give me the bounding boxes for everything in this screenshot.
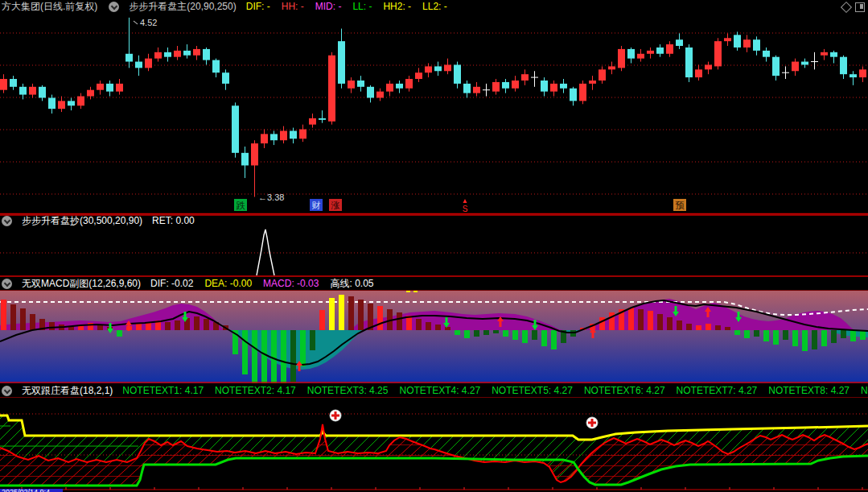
ret-spike (257, 229, 274, 275)
main-indicator-values: DIF: -HH: -MID: -LL: -HH2: -LL2: - (246, 1, 459, 12)
notetext-field: NOTETEXT3: 4.25 (307, 385, 389, 396)
svg-text:跌: 跌 (237, 201, 246, 210)
date-label: 2025/02/14 9:4 (0, 488, 63, 492)
notetext-field: NOTETEXT9: 4.35 (861, 385, 868, 396)
main-indicator-title: 步步升看盘主(20,90,250) (129, 0, 236, 14)
notetext-field: NOTETEXT6: 4.27 (584, 385, 665, 396)
svg-text:涨: 涨 (331, 201, 340, 210)
tile-window-icon[interactable] (855, 2, 865, 12)
indicator-field: HH2: - (383, 1, 411, 12)
mesh-chart[interactable]: 2025/02/14 9:4 (0, 398, 868, 492)
indicator-field: MACD: -0.03 (263, 278, 319, 289)
notetext-field: NOTETEXT2: 4.17 (215, 385, 296, 396)
indicator-field: DEA: -0.00 (204, 278, 252, 289)
indicator-field: HH: - (282, 1, 304, 12)
svg-text:预: 预 (676, 201, 685, 210)
event-badge: 涨 (329, 199, 342, 211)
indicator-field: LL2: - (422, 1, 447, 12)
notetext-field: NOTETEXT8: 4.27 (768, 385, 849, 396)
event-badge: 跌 (234, 199, 247, 211)
notetext-field: NOTETEXT7: 4.27 (677, 385, 758, 396)
top-info-bar: 方大集团(日线.前复权) 步步升看盘主(20,90,250) DIF: -HH:… (0, 0, 868, 13)
panel2-title: 步步升看盘抄(30,500,20,90) (22, 214, 142, 228)
macd-panel-header: 无双MACD副图(12,26,9,60) DIF: -0.02DEA: -0.0… (0, 277, 868, 291)
macd-panel-values: DIF: -0.02DEA: -0.00MACD: -0.03高线: 0.05 (150, 277, 385, 291)
notetext-values: NOTETEXT1: 4.17NOTETEXT2: 4.17NOTETEXT3:… (122, 385, 868, 396)
event-badge: 财 (310, 199, 323, 211)
chevron-down-icon[interactable] (109, 2, 119, 12)
macd-chart[interactable] (0, 290, 868, 383)
trading-terminal-window: 方大集团(日线.前复权) 步步升看盘主(20,90,250) DIF: -HH:… (0, 0, 868, 492)
cross-marker-icon (330, 410, 341, 421)
chevron-down-icon[interactable] (2, 216, 12, 226)
indicator-field: DIF: -0.02 (150, 278, 193, 289)
notetext-field: NOTETEXT1: 4.17 (122, 385, 204, 396)
candles (0, 18, 866, 197)
notetext-field: NOTETEXT4: 4.27 (399, 385, 480, 396)
high-price-label: 4.52 (140, 18, 157, 27)
chart-window-icons (842, 2, 865, 12)
indicator-field: MID: - (315, 1, 342, 12)
sell-marker: S (463, 199, 468, 213)
candlestick-chart[interactable]: 4.52←3.38跌财涨预S (0, 13, 868, 214)
event-badge: 预 (673, 199, 686, 211)
macd-panel-title: 无双MACD副图(12,26,9,60) (22, 277, 141, 291)
svg-text:S: S (463, 205, 468, 213)
diamond-icon[interactable] (841, 2, 852, 13)
indicator-field: 高线: 0.05 (330, 278, 373, 289)
svg-text:2025/02/14 9:4: 2025/02/14 9:4 (2, 488, 50, 492)
notetext-field: NOTETEXT5: 4.27 (492, 385, 573, 396)
low-price-label: ←3.38 (258, 192, 284, 202)
panel2-values: RET: 0.00 (152, 215, 206, 226)
mesh-panel-header: 无双跟庄看盘(18,2,1) NOTETEXT1: 4.17NOTETEXT2:… (0, 384, 868, 398)
cross-marker-icon (586, 417, 598, 428)
indicator-field: RET: 0.00 (152, 215, 195, 226)
indicator-field: DIF: - (246, 1, 270, 12)
indicator-field: LL: - (352, 1, 372, 12)
mesh-panel-title: 无双跟庄看盘(18,2,1) (22, 384, 113, 398)
symbol-title: 方大集团(日线.前复权) (2, 0, 97, 14)
chevron-down-icon[interactable] (2, 279, 12, 289)
svg-text:财: 财 (312, 201, 321, 210)
panel2-header: 步步升看盘抄(30,500,20,90) RET: 0.00 (0, 214, 868, 227)
chevron-down-icon[interactable] (2, 386, 12, 396)
